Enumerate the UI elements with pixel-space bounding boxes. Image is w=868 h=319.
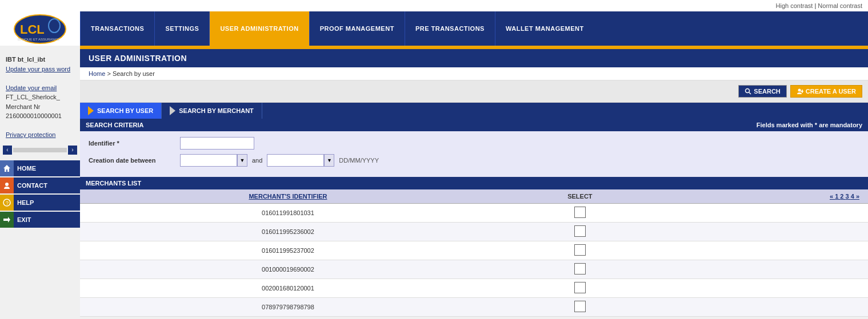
normal-contrast-link[interactable]: Normal contrast bbox=[818, 2, 862, 9]
scroll-left-btn[interactable]: ‹ bbox=[3, 146, 12, 155]
arrow-down-icon bbox=[88, 106, 94, 115]
help-icon: ? bbox=[0, 195, 14, 211]
scroll-right-btn[interactable]: › bbox=[68, 146, 77, 155]
date-format-hint: DD/MM/YYYY bbox=[339, 157, 379, 164]
svg-marker-10 bbox=[8, 217, 10, 223]
identifier-input[interactable] bbox=[180, 137, 254, 150]
merchant-identifier: 016011995237002 bbox=[80, 241, 496, 260]
table-row: 002001680120001 bbox=[80, 279, 868, 298]
tab-wallet-management[interactable]: WALLET MANAGEMENT bbox=[495, 11, 594, 46]
high-contrast-link[interactable]: High contrast bbox=[776, 2, 813, 9]
table-row: 016011995237002 bbox=[80, 241, 868, 260]
privacy-link[interactable]: Privacy protection bbox=[6, 131, 55, 138]
merchant-identifier: 001000019690002 bbox=[80, 260, 496, 279]
identifier-label: Identifier * bbox=[89, 140, 180, 147]
sidebar-scroll: ‹ › bbox=[3, 146, 77, 155]
pagination-cell bbox=[664, 298, 868, 317]
breadcrumb: Home > Search by user bbox=[80, 67, 868, 80]
page-1[interactable]: 1 bbox=[835, 193, 840, 200]
contact-icon bbox=[0, 177, 14, 193]
sidebar-item-contact[interactable]: CONTACT bbox=[0, 177, 80, 193]
tab-proof-management[interactable]: PROOF MANAGEMENT bbox=[309, 11, 405, 46]
create-user-button[interactable]: CREATE A USER bbox=[790, 85, 862, 98]
merchant-identifier: 016011991801031 bbox=[80, 204, 496, 223]
breadcrumb-separator: > bbox=[105, 70, 113, 77]
creation-date-label: Creation date between bbox=[89, 157, 180, 164]
pagination-header: « 1 2 3 4 » bbox=[664, 189, 868, 204]
page-next[interactable]: » bbox=[856, 193, 859, 200]
table-row: 016011995236002 bbox=[80, 223, 868, 241]
merchant-identifier: 016011995236002 bbox=[80, 223, 496, 241]
merchant-select-cell bbox=[496, 279, 664, 298]
lcl-logo: LCL BANQUE ET ASSURANCE bbox=[13, 13, 67, 45]
merchants-list-header: MERCHANTS LIST bbox=[80, 177, 868, 189]
pagination-cell bbox=[664, 241, 868, 260]
page-prev[interactable]: « bbox=[830, 193, 835, 200]
sidebar-item-exit[interactable]: EXIT bbox=[0, 212, 80, 228]
merchant-select-cell bbox=[496, 260, 664, 279]
table-row: 016011991801031 bbox=[80, 204, 868, 223]
select-checkbox[interactable] bbox=[574, 282, 586, 293]
select-checkbox[interactable] bbox=[574, 301, 586, 312]
search-button[interactable]: SEARCH bbox=[738, 85, 786, 98]
select-checkbox[interactable] bbox=[574, 244, 586, 256]
tab-transactions[interactable]: TRANSACTIONS bbox=[80, 11, 154, 46]
tab-user-administration[interactable]: USER ADMINISTRATION bbox=[209, 11, 309, 46]
table-row: 078979798798798 bbox=[80, 298, 868, 317]
svg-point-13 bbox=[798, 89, 801, 92]
header: LCL BANQUE ET ASSURANCE TRANSACTIONS SET… bbox=[0, 11, 868, 46]
select-checkbox[interactable] bbox=[574, 225, 586, 237]
logo-area: LCL BANQUE ET ASSURANCE bbox=[0, 11, 80, 46]
content-wrapper: IBT bt_lcl_ibt Update your pass word Upd… bbox=[0, 49, 868, 317]
help-label: HELP bbox=[14, 195, 80, 211]
breadcrumb-current: Search by user bbox=[113, 70, 155, 77]
merchant-select-cell bbox=[496, 298, 664, 317]
create-user-icon bbox=[797, 88, 803, 95]
mandatory-note: Fields marked with * are mandatory bbox=[757, 122, 862, 128]
merchant-select-cell bbox=[496, 204, 664, 223]
separator: | bbox=[814, 2, 816, 9]
tab-pre-transactions[interactable]: PRE TRANSACTIONS bbox=[405, 11, 495, 46]
merchant-select-cell bbox=[496, 241, 664, 260]
pagination-cell bbox=[664, 204, 868, 223]
date-from-input[interactable] bbox=[180, 154, 237, 167]
svg-line-12 bbox=[749, 92, 751, 94]
pagination-cell bbox=[664, 223, 868, 241]
contact-label: CONTACT bbox=[14, 177, 80, 193]
sidebar-item-help[interactable]: ? HELP bbox=[0, 195, 80, 211]
tab-search-by-user[interactable]: SEARCH BY USER bbox=[80, 103, 162, 119]
home-icon bbox=[0, 160, 14, 176]
search-icon bbox=[745, 88, 751, 95]
sidebar-nav: HOME CONTACT ? HELP EXIT bbox=[0, 160, 80, 228]
nav-tabs: TRANSACTIONS SETTINGS USER ADMINISTRATIO… bbox=[80, 11, 868, 46]
search-criteria-header: SEARCH CRITERIA Fields marked with * are… bbox=[80, 119, 868, 131]
tab-settings[interactable]: SETTINGS bbox=[154, 11, 209, 46]
date-to-calendar-btn[interactable]: ▼ bbox=[324, 154, 334, 167]
merchant-select-cell bbox=[496, 223, 664, 241]
sidebar-item-home[interactable]: HOME bbox=[0, 160, 80, 176]
date-to-input[interactable] bbox=[267, 154, 324, 167]
select-checkbox[interactable] bbox=[574, 263, 586, 274]
tab-search-by-merchant[interactable]: SEARCH BY MERCHANT bbox=[162, 103, 262, 119]
breadcrumb-home[interactable]: Home bbox=[89, 70, 105, 77]
svg-point-6 bbox=[5, 183, 9, 186]
page-4-current[interactable]: 4 bbox=[851, 193, 856, 200]
user-info: IBT bt_lcl_ibt Update your pass word Upd… bbox=[0, 49, 80, 143]
update-password-link[interactable]: Update your pass word bbox=[6, 66, 70, 72]
merchant-nr-label: Merchant Nr bbox=[6, 103, 41, 110]
page-title: USER ADMINISTRATION bbox=[80, 49, 868, 67]
select-checkbox[interactable] bbox=[574, 207, 586, 218]
date-from-calendar-btn[interactable]: ▼ bbox=[237, 154, 247, 167]
svg-text:LCL: LCL bbox=[20, 22, 45, 37]
update-email-link[interactable]: Update your email bbox=[6, 84, 57, 91]
arrow-right-icon bbox=[170, 106, 175, 115]
pagination: « 1 2 3 4 » bbox=[830, 193, 859, 200]
svg-text:?: ? bbox=[6, 200, 9, 206]
col-identifier[interactable]: MERCHANT'S IDENTIFIER bbox=[80, 189, 496, 204]
identifier-row: Identifier * bbox=[89, 137, 859, 150]
table-row: 001000019690002 bbox=[80, 260, 868, 279]
exit-icon bbox=[0, 212, 14, 228]
merchant-identifier: 078979798798798 bbox=[80, 298, 496, 317]
page-3[interactable]: 3 bbox=[846, 193, 851, 200]
page-2[interactable]: 2 bbox=[840, 193, 845, 200]
